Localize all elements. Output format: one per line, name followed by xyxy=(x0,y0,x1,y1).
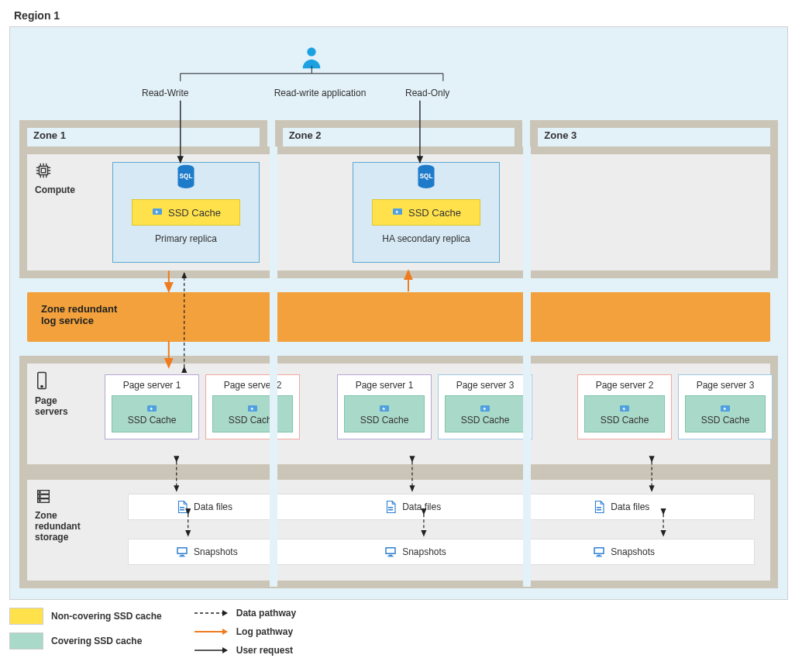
file-icon xyxy=(592,500,606,514)
compute-label: Compute xyxy=(35,162,89,195)
legend-label: Covering SSD cache xyxy=(51,636,142,646)
secondary-ssd-cache: SSD Cache xyxy=(372,199,480,226)
svg-rect-1 xyxy=(40,167,48,175)
phone-icon xyxy=(35,371,89,392)
page-servers-label: Page servers xyxy=(35,371,89,417)
sql-database-icon: SQL xyxy=(175,183,197,195)
ssd-label: SSD Cache xyxy=(601,415,649,426)
svg-rect-36 xyxy=(180,509,184,511)
snapshot-item: Snapshots xyxy=(129,545,337,559)
data-files-item: Data files xyxy=(546,500,754,514)
monitor-icon xyxy=(592,545,606,559)
ssd-label: SSD Cache xyxy=(128,415,177,426)
swatch-yellow xyxy=(9,608,43,625)
page-server-title: Page server 1 xyxy=(108,380,195,391)
zone-header-3: Zone 3 xyxy=(530,120,778,146)
ssd-label: SSD Cache xyxy=(168,207,221,219)
legend-data-pathway: Data pathway xyxy=(193,608,296,619)
svg-rect-40 xyxy=(597,509,601,511)
data-files-label: Data files xyxy=(611,501,649,512)
ssd-label: SSD Cache xyxy=(461,415,510,426)
ssd-label: SSD Cache xyxy=(701,415,750,426)
legend-covering: Covering SSD cache xyxy=(9,632,162,650)
svg-rect-50 xyxy=(595,549,604,553)
page-server-card: Page server 2 SSD Cache xyxy=(205,374,300,439)
svg-rect-51 xyxy=(597,555,601,557)
legend: Non-covering SSD cache Covering SSD cach… xyxy=(9,608,793,656)
data-files-label: Data files xyxy=(194,501,232,512)
page-server-title: Page server 2 xyxy=(581,380,668,391)
page-server-card: Page server 3 SSD Cache xyxy=(678,374,773,439)
snapshot-label: Snapshots xyxy=(611,546,655,557)
primary-replica: SQL SSD Cache Primary replica xyxy=(112,162,260,263)
storage-label: Zone redundant storage xyxy=(35,488,89,543)
svg-point-0 xyxy=(307,47,315,56)
page-server-card: Page server 1 SSD Cache xyxy=(105,374,199,439)
monitor-icon xyxy=(384,545,398,559)
svg-rect-35 xyxy=(180,507,184,508)
svg-rect-2 xyxy=(41,168,46,173)
ssd-icon xyxy=(618,402,631,415)
file-icon xyxy=(175,500,189,514)
user-icon xyxy=(298,44,325,73)
page-server-title: Page server 1 xyxy=(341,380,428,391)
data-files-label: Data files xyxy=(402,501,441,512)
page-server-card: Page server 1 SSD Cache xyxy=(337,374,432,439)
ssd-icon xyxy=(391,205,404,220)
zone-separator xyxy=(270,146,277,587)
data-files-item: Data files xyxy=(129,500,337,514)
primary-ssd-cache: SSD Cache xyxy=(132,199,240,226)
snapshot-item: Snapshots xyxy=(337,545,546,559)
page-server-title: Page server 2 xyxy=(209,380,296,391)
page-server-ssd-cache: SSD Cache xyxy=(344,395,425,432)
svg-rect-52 xyxy=(597,556,603,557)
svg-rect-37 xyxy=(388,507,393,508)
chip-icon xyxy=(35,162,89,181)
legend-label: Log pathway xyxy=(236,626,293,637)
read-only-path-label: Read-Only xyxy=(405,88,449,98)
page-servers-zone3: Page server 2 SSD Cache Page server 3 SS… xyxy=(577,374,773,439)
read-write-path-label: Read-Write xyxy=(142,88,188,98)
ssd-icon xyxy=(719,402,731,415)
page-server-ssd-cache: SSD Cache xyxy=(112,395,192,432)
page-server-ssd-cache: SSD Cache xyxy=(584,395,665,432)
secondary-replica-caption: HA secondary replica xyxy=(353,233,499,244)
svg-rect-43 xyxy=(181,555,184,557)
svg-rect-42 xyxy=(178,549,187,553)
monitor-icon xyxy=(175,545,189,559)
log-service-band: Zone redundant log service xyxy=(27,292,770,342)
sql-database-icon: SQL xyxy=(415,183,437,195)
swatch-green xyxy=(9,632,43,650)
ssd-label: SSD Cache xyxy=(360,415,409,426)
legend-user-request: User request xyxy=(193,645,296,656)
file-icon xyxy=(384,500,398,514)
svg-rect-48 xyxy=(387,556,394,557)
ssd-icon xyxy=(146,402,158,415)
svg-point-22 xyxy=(41,385,43,387)
page-server-ssd-cache: SSD Cache xyxy=(212,395,293,432)
legend-log-pathway: Log pathway xyxy=(193,626,296,637)
page-server-title: Page server 3 xyxy=(682,380,769,391)
svg-text:SQL: SQL xyxy=(180,173,193,180)
snapshots-row: Snapshots Snapshots Snapshots xyxy=(128,539,755,565)
region-title: Region 1 xyxy=(14,9,793,22)
svg-rect-38 xyxy=(388,509,393,511)
legend-label: User request xyxy=(236,645,293,656)
ssd-icon xyxy=(479,402,491,415)
zone-header-1: Zone 1 xyxy=(19,120,267,146)
ssd-icon xyxy=(151,205,163,220)
page-server-ssd-cache: SSD Cache xyxy=(685,395,766,432)
page-server-ssd-cache: SSD Cache xyxy=(445,395,525,432)
compute-band: Compute SQL SSD Cache Primary replica xyxy=(19,146,778,278)
data-files-row: Data files Data files Data files xyxy=(128,494,755,520)
page-servers-band: Page servers Page server 1 SSD Cache Pag… xyxy=(19,356,778,472)
snapshot-item: Snapshots xyxy=(546,545,754,559)
region-container: Read-Write Read-write application Read-O… xyxy=(9,26,788,600)
legend-label: Data pathway xyxy=(236,608,296,619)
ssd-label: SSD Cache xyxy=(408,207,461,219)
svg-rect-47 xyxy=(389,555,393,557)
ssd-icon xyxy=(378,402,391,415)
storage-band: Zone redundant storage Data files Data f… xyxy=(19,472,778,588)
data-files-item: Data files xyxy=(337,500,546,514)
svg-point-33 xyxy=(40,496,40,497)
